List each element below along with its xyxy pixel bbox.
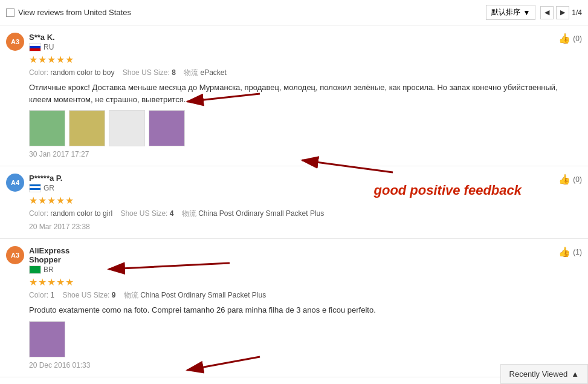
review-date: 20 Mar 2017 23:38 <box>29 223 582 231</box>
recently-viewed-icon: ▲ <box>571 369 579 379</box>
page-info: 1/4 <box>572 8 582 17</box>
review-item: A4 P*****a P. GR 👍 (0) ★★★★★ Color: rand… <box>0 166 588 239</box>
reviewer-avatar: A3 <box>6 246 24 264</box>
like-button[interactable]: 👍 (1) <box>558 246 582 258</box>
next-page-button[interactable]: ▶ <box>556 6 569 19</box>
reviewer-avatar: A4 <box>6 174 24 192</box>
country-flag <box>29 43 41 51</box>
recently-viewed-bar[interactable]: Recently Viewed ▲ <box>500 364 588 384</box>
review-date: 30 Jan 2017 17:27 <box>29 150 582 158</box>
star-rating: ★★★★★ <box>29 195 74 206</box>
shipping-label: 物流 <box>182 209 196 218</box>
star-rating: ★★★★★ <box>29 277 74 287</box>
review-image[interactable] <box>69 110 105 146</box>
like-button[interactable]: 👍 (0) <box>558 174 582 185</box>
shipping-label: 物流 <box>184 68 198 77</box>
review-image[interactable] <box>109 110 145 146</box>
review-text: Produto exatamente como na foto. Comprei… <box>29 304 582 316</box>
sort-button[interactable]: 默认排序 ▼ <box>486 5 535 20</box>
filter-checkbox[interactable] <box>6 8 15 17</box>
reviewer-name: P*****a P. <box>29 174 62 183</box>
review-image[interactable] <box>29 321 65 357</box>
thumbs-up-icon: 👍 <box>558 246 570 258</box>
shipping-label: 物流 <box>124 291 138 299</box>
review-meta: Color: random color to girl Shoe US Size… <box>29 209 582 219</box>
review-date: 20 Dec 2016 01:33 <box>29 361 582 369</box>
reviewer-avatar: A3 <box>6 33 24 51</box>
like-count: (0) <box>573 34 582 43</box>
star-rating: ★★★★★ <box>29 54 74 65</box>
chevron-down-icon: ▼ <box>523 8 530 17</box>
reviews-container: A3 S**a K. RU 👍 (0) ★★★★★ Color: random … <box>0 25 588 384</box>
review-text: Отличные крокс! Доставка меньше месяца д… <box>29 82 582 105</box>
reviewer-info: S**a K. RU <box>29 33 55 51</box>
thumbs-up-icon: 👍 <box>558 174 570 185</box>
review-images <box>29 110 582 146</box>
reviewer-name: AliExpressShopper <box>29 246 69 264</box>
reviewer-name: S**a K. <box>29 33 55 42</box>
review-meta: Color: random color to boy Shoe US Size:… <box>29 68 582 78</box>
thumbs-up-icon: 👍 <box>558 33 570 44</box>
review-meta: Color: 1 Shoe US Size: 9 物流 China Post O… <box>29 290 582 301</box>
country-flag <box>29 265 41 274</box>
review-image[interactable] <box>149 110 185 146</box>
recently-viewed-label: Recently Viewed <box>509 369 568 379</box>
filter-label: View reviews from United States <box>18 8 131 17</box>
country-flag <box>29 184 41 192</box>
prev-page-button[interactable]: ◀ <box>540 6 554 19</box>
like-count: (1) <box>573 248 582 256</box>
reviewer-info: P*****a P. GR <box>29 174 62 192</box>
review-item: A3 AliExpressShopper BR 👍 (1) ★★★★★ Colo… <box>0 239 588 377</box>
review-images <box>29 321 582 357</box>
like-button[interactable]: 👍 (0) <box>558 33 582 44</box>
reviewer-country: BR <box>29 265 69 274</box>
review-image[interactable] <box>29 110 65 146</box>
reviewer-country: RU <box>29 43 55 51</box>
reviewer-info: AliExpressShopper BR <box>29 246 69 274</box>
review-item: A3 S**a K. RU 👍 (0) ★★★★★ Color: random … <box>0 25 588 166</box>
like-count: (0) <box>573 175 582 184</box>
reviewer-country: GR <box>29 184 62 192</box>
top-bar: View reviews from United States 默认排序 ▼ ◀… <box>0 0 588 25</box>
